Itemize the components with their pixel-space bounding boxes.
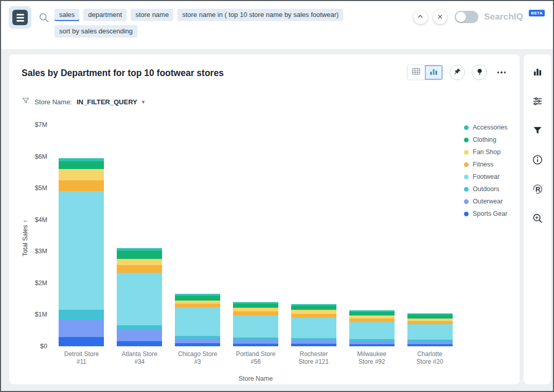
legend-item[interactable]: Fan Shop xyxy=(464,146,507,158)
legend-label: Footwear xyxy=(473,173,499,180)
answer-title: Sales by Department for top 10 footwear … xyxy=(22,68,224,79)
sidebar-filters-button[interactable] xyxy=(528,122,547,141)
legend-item[interactable]: Outerwear xyxy=(464,195,507,208)
search-icon xyxy=(38,12,49,25)
filter-row: Store Name: IN_FILTER_QUERY ▾ xyxy=(22,97,145,107)
bar-segment[interactable] xyxy=(291,344,336,346)
y-tick-label: $6M xyxy=(35,153,47,161)
search-token[interactable]: store name in ( top 10 store name by sal… xyxy=(177,9,343,21)
sidebar-chart-type-button[interactable] xyxy=(528,63,547,83)
bar-segment[interactable] xyxy=(349,322,395,340)
bar-segment[interactable] xyxy=(117,325,162,330)
y-tick-label: $4M xyxy=(35,216,47,224)
bar-milwaukee-store-92[interactable] xyxy=(349,310,395,346)
x-category-label: Atlanta Store#34 xyxy=(111,350,169,366)
x-category-label: Chicago Store#3 xyxy=(169,350,227,366)
bar-segment[interactable] xyxy=(175,343,220,346)
collapse-search-button[interactable] xyxy=(414,10,427,24)
pin-icon xyxy=(454,68,461,78)
y-tick-label: $0 xyxy=(40,342,47,350)
bar-segment[interactable] xyxy=(59,169,104,180)
legend-dot xyxy=(464,150,469,155)
legend-item[interactable]: Clothing xyxy=(464,134,507,146)
sidebar-chart-config-button[interactable] xyxy=(528,92,547,112)
bar-segment[interactable] xyxy=(117,265,162,273)
bar-segment[interactable] xyxy=(117,341,162,347)
plot-area xyxy=(52,125,459,346)
answer-toolbar xyxy=(407,65,509,80)
bar-segment[interactable] xyxy=(407,344,453,346)
search-token[interactable]: sort by sales descending xyxy=(55,25,137,38)
bar-segment[interactable] xyxy=(175,307,220,335)
bar-segment[interactable] xyxy=(233,311,278,315)
bar-segment[interactable] xyxy=(291,340,336,344)
bar-segment[interactable] xyxy=(117,273,162,325)
chevron-down-icon[interactable]: ▾ xyxy=(142,99,145,105)
bar-segment[interactable] xyxy=(175,304,220,307)
bar-segment[interactable] xyxy=(59,161,104,169)
info-icon xyxy=(532,154,543,167)
search-token[interactable]: sales xyxy=(55,9,79,21)
data-source-button[interactable] xyxy=(9,6,31,29)
bar-segment[interactable] xyxy=(233,315,278,338)
legend-label: Accessories xyxy=(473,124,507,131)
pin-button[interactable] xyxy=(450,65,465,80)
bar-segment[interactable] xyxy=(349,312,395,315)
filter-value[interactable]: IN_FILTER_QUERY xyxy=(77,98,137,106)
searchiq-toggle[interactable] xyxy=(455,11,478,23)
bar-segment[interactable] xyxy=(291,306,336,310)
sidebar-r-analysis-button[interactable]: R xyxy=(528,180,547,200)
chart-view-button[interactable] xyxy=(425,65,442,80)
bar-segment[interactable] xyxy=(175,339,220,343)
legend-item[interactable]: Outdoors xyxy=(464,183,507,195)
bar-detroit-store-11[interactable] xyxy=(59,158,104,346)
clear-search-button[interactable] xyxy=(433,10,447,24)
svg-text:R: R xyxy=(535,185,541,193)
bar-segment[interactable] xyxy=(59,320,104,337)
bar-segment[interactable] xyxy=(291,318,336,338)
legend-item[interactable]: Accessories xyxy=(464,121,507,134)
bar-chicago-store-3[interactable] xyxy=(175,294,220,346)
bar-rochester-store-121[interactable] xyxy=(291,304,336,346)
bar-segment[interactable] xyxy=(175,296,220,301)
more-options-button[interactable] xyxy=(494,65,509,80)
bar-charlotte-store-20[interactable] xyxy=(407,313,453,346)
bar-portland-store-56[interactable] xyxy=(233,302,278,346)
legend-label: Clothing xyxy=(473,136,496,143)
bar-segment[interactable] xyxy=(117,259,162,265)
answer-card: Sales by Department for top 10 footwear … xyxy=(9,54,520,384)
legend-label: Sports Gear xyxy=(473,210,507,217)
bar-segment[interactable] xyxy=(407,314,453,318)
search-token-rows: salesdepartmentstore namestore name in (… xyxy=(55,9,384,38)
search-token[interactable]: department xyxy=(83,9,127,21)
bar-segment[interactable] xyxy=(233,308,278,311)
bar-segment[interactable] xyxy=(291,314,336,318)
bar-segment[interactable] xyxy=(349,344,395,346)
bar-atlanta-store-34[interactable] xyxy=(117,248,162,346)
bar-segment[interactable] xyxy=(291,310,336,313)
sidebar-details-button[interactable] xyxy=(528,151,547,171)
bar-segment[interactable] xyxy=(233,340,278,344)
search-token[interactable]: store name xyxy=(131,9,173,21)
legend-item[interactable]: Fitness xyxy=(464,158,507,171)
bar-segment[interactable] xyxy=(59,191,104,310)
y-axis-ticks: $7M$6M$5M$4M$3M$2M$1M$0 xyxy=(17,121,47,350)
bar-segment[interactable] xyxy=(407,324,453,340)
search-bar: salesdepartmentstore namestore name in (… xyxy=(1,1,553,50)
bar-segment[interactable] xyxy=(233,304,278,308)
bar-segment[interactable] xyxy=(117,330,162,341)
beta-badge: BETA xyxy=(529,10,545,16)
search-controls: SearchIQ BETA xyxy=(414,9,545,25)
table-view-button[interactable] xyxy=(407,65,425,80)
legend-item[interactable]: Footwear xyxy=(464,171,507,183)
bar-segment[interactable] xyxy=(59,310,104,320)
legend-item[interactable]: Sports Gear xyxy=(464,208,507,220)
bar-segment[interactable] xyxy=(59,180,104,192)
chart-legend: AccessoriesClothingFan ShopFitnessFootwe… xyxy=(464,121,507,220)
bar-segment[interactable] xyxy=(233,344,278,346)
bar-segment[interactable] xyxy=(59,337,104,347)
x-category-label: Portland Store#56 xyxy=(227,350,285,366)
insights-button[interactable] xyxy=(472,65,487,80)
bar-segment[interactable] xyxy=(117,251,162,258)
sidebar-spotiq-button[interactable] xyxy=(528,210,547,229)
